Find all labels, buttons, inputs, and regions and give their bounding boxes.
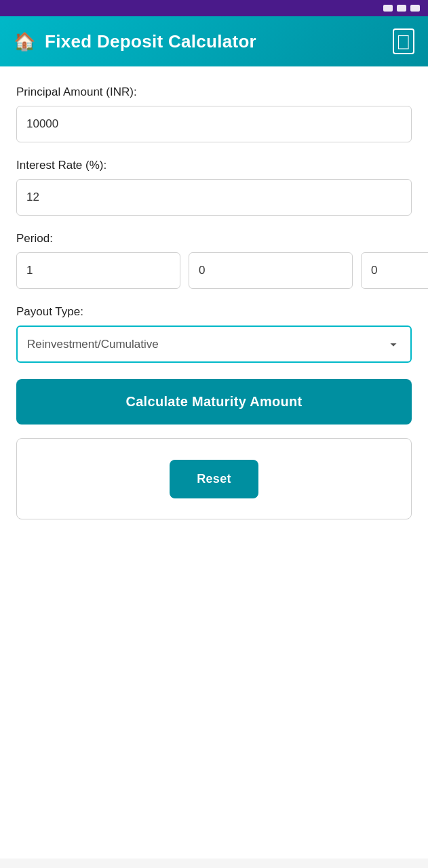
wifi-icon [397, 5, 406, 12]
calculate-button[interactable]: Calculate Maturity Amount [16, 379, 412, 425]
principal-input[interactable] [16, 106, 412, 142]
period-label: Period: [16, 232, 412, 245]
payout-label: Payout Type: [16, 305, 412, 319]
principal-amount-group: Principal Amount (INR): [16, 85, 412, 142]
period-years-input[interactable] [16, 252, 180, 289]
home-icon[interactable]: 🏠 [14, 31, 35, 52]
page-title: Fixed Deposit Calculator [45, 31, 256, 52]
principal-label: Principal Amount (INR): [16, 85, 412, 99]
header-left: 🏠 Fixed Deposit Calculator [14, 31, 256, 52]
status-icons [383, 5, 420, 12]
payout-select[interactable]: Reinvestment/Cumulative Monthly Quarterl… [16, 326, 412, 363]
result-box: Reset [16, 438, 412, 519]
battery-icon [410, 5, 420, 12]
chat-icon[interactable]: ⎕ [393, 28, 414, 54]
interest-rate-group: Interest Rate (%): [16, 159, 412, 216]
status-bar [0, 0, 428, 16]
app-header: 🏠 Fixed Deposit Calculator ⎕ [0, 16, 428, 66]
interest-label: Interest Rate (%): [16, 159, 412, 172]
signal-icon [383, 5, 393, 12]
main-content: Principal Amount (INR): Interest Rate (%… [0, 66, 428, 859]
period-inputs-row [16, 252, 412, 289]
reset-button[interactable]: Reset [170, 460, 258, 498]
interest-input[interactable] [16, 179, 412, 216]
payout-type-group: Payout Type: Reinvestment/Cumulative Mon… [16, 305, 412, 363]
period-group: Period: [16, 232, 412, 289]
period-days-input[interactable] [361, 252, 428, 289]
period-months-input[interactable] [189, 252, 353, 289]
